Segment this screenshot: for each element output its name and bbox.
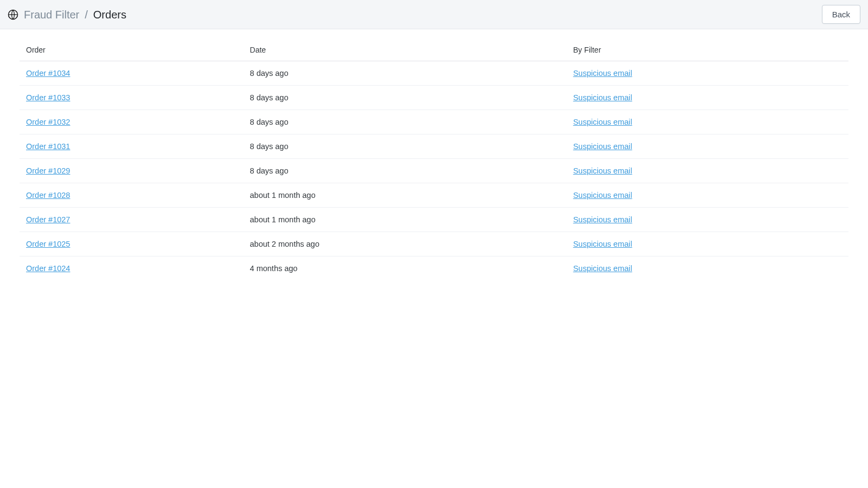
cell-filter: Suspicious email: [566, 208, 848, 232]
cell-date: about 1 month ago: [244, 183, 567, 208]
breadcrumb-separator: /: [85, 9, 88, 20]
table-row: Order #10318 days agoSuspicious email: [20, 134, 848, 159]
cell-filter: Suspicious email: [566, 134, 848, 159]
order-link[interactable]: Order #1024: [26, 264, 70, 273]
cell-filter: Suspicious email: [566, 183, 848, 208]
breadcrumb: Fraud Filter / Orders: [8, 9, 126, 20]
cell-date: 8 days ago: [244, 134, 567, 159]
cell-filter: Suspicious email: [566, 159, 848, 183]
filter-link[interactable]: Suspicious email: [573, 240, 632, 248]
cell-order: Order #1028: [20, 183, 244, 208]
filter-link[interactable]: Suspicious email: [573, 118, 632, 126]
order-link[interactable]: Order #1027: [26, 215, 70, 224]
cell-date: 8 days ago: [244, 110, 567, 134]
cell-order: Order #1032: [20, 110, 244, 134]
cell-order: Order #1033: [20, 86, 244, 110]
table-row: Order #10244 months agoSuspicious email: [20, 256, 848, 281]
cell-date: 8 days ago: [244, 159, 567, 183]
cell-order: Order #1025: [20, 232, 244, 256]
order-link[interactable]: Order #1025: [26, 240, 70, 248]
cell-filter: Suspicious email: [566, 232, 848, 256]
table-row: Order #10338 days agoSuspicious email: [20, 86, 848, 110]
filter-link[interactable]: Suspicious email: [573, 93, 632, 102]
order-link[interactable]: Order #1034: [26, 69, 70, 78]
orders-table: Order Date By Filter Order #10348 days a…: [20, 40, 848, 280]
order-link[interactable]: Order #1031: [26, 142, 70, 151]
app-logo-icon: [8, 9, 18, 20]
table-row: Order #10328 days agoSuspicious email: [20, 110, 848, 134]
order-link[interactable]: Order #1032: [26, 118, 70, 126]
back-button[interactable]: Back: [822, 5, 860, 24]
col-header-order: Order: [20, 40, 244, 61]
filter-link[interactable]: Suspicious email: [573, 142, 632, 151]
table-header-row: Order Date By Filter: [20, 40, 848, 61]
page-content: Order Date By Filter Order #10348 days a…: [0, 29, 868, 291]
filter-link[interactable]: Suspicious email: [573, 264, 632, 273]
filter-link[interactable]: Suspicious email: [573, 215, 632, 224]
cell-order: Order #1031: [20, 134, 244, 159]
filter-link[interactable]: Suspicious email: [573, 166, 632, 175]
breadcrumb-nav: Fraud Filter / Orders: [24, 9, 126, 20]
table-row: Order #1025about 2 months agoSuspicious …: [20, 232, 848, 256]
cell-filter: Suspicious email: [566, 110, 848, 134]
cell-order: Order #1029: [20, 159, 244, 183]
order-link[interactable]: Order #1029: [26, 166, 70, 175]
cell-order: Order #1024: [20, 256, 244, 281]
table-row: Order #10298 days agoSuspicious email: [20, 159, 848, 183]
table-row: Order #10348 days agoSuspicious email: [20, 61, 848, 86]
cell-date: 4 months ago: [244, 256, 567, 281]
breadcrumb-current: Orders: [93, 9, 126, 20]
cell-filter: Suspicious email: [566, 61, 848, 86]
cell-date: about 1 month ago: [244, 208, 567, 232]
table-row: Order #1027about 1 month agoSuspicious e…: [20, 208, 848, 232]
table-row: Order #1028about 1 month agoSuspicious e…: [20, 183, 848, 208]
cell-date: about 2 months ago: [244, 232, 567, 256]
order-link[interactable]: Order #1028: [26, 191, 70, 200]
cell-date: 8 days ago: [244, 61, 567, 86]
cell-filter: Suspicious email: [566, 256, 848, 281]
cell-date: 8 days ago: [244, 86, 567, 110]
col-header-date: Date: [244, 40, 567, 61]
breadcrumb-root-link[interactable]: Fraud Filter: [24, 9, 79, 20]
filter-link[interactable]: Suspicious email: [573, 69, 632, 78]
cell-order: Order #1034: [20, 61, 244, 86]
order-link[interactable]: Order #1033: [26, 93, 70, 102]
filter-link[interactable]: Suspicious email: [573, 191, 632, 200]
top-bar: Fraud Filter / Orders Back: [0, 0, 868, 29]
col-header-filter: By Filter: [566, 40, 848, 61]
cell-filter: Suspicious email: [566, 86, 848, 110]
cell-order: Order #1027: [20, 208, 244, 232]
